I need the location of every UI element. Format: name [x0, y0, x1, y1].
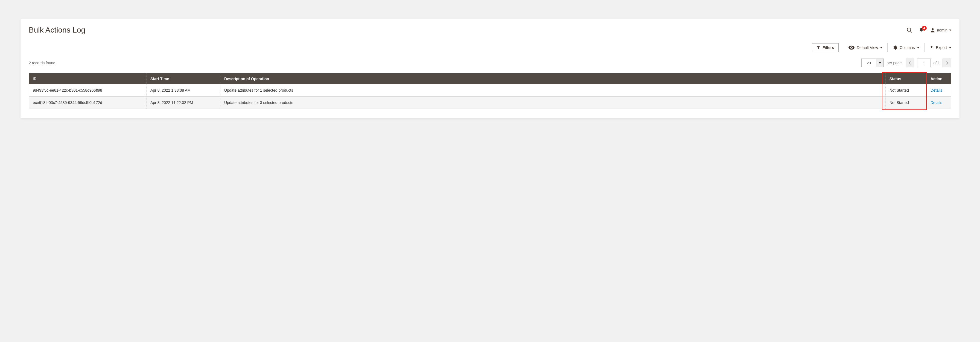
data-grid: ID Start Time Description of Operation S… — [29, 74, 951, 109]
search-icon[interactable] — [907, 27, 912, 33]
cell-id: 9d493f5c-ee61-422c-b301-c558d966ff98 — [29, 84, 146, 97]
chevron-down-icon — [949, 47, 951, 48]
table-row: 9d493f5c-ee61-422c-b301-c558d966ff98Apr … — [29, 84, 951, 97]
main-card: Bulk Actions Log 4 admin — [21, 19, 959, 118]
page-current-input[interactable] — [917, 59, 931, 67]
table-header-row: ID Start Time Description of Operation S… — [29, 74, 951, 84]
cell-action: Details — [927, 84, 951, 97]
export-button[interactable]: Export — [929, 45, 951, 50]
chevron-down-icon — [917, 47, 919, 48]
records-found: 2 records found — [29, 61, 55, 65]
notification-badge: 4 — [922, 26, 927, 30]
default-view-label: Default View — [857, 45, 878, 50]
cell-status: Not Started — [886, 97, 927, 109]
page-header: Bulk Actions Log 4 admin — [29, 26, 951, 35]
grid-toolbar: Filters Default View Columns — [29, 43, 951, 53]
columns-button[interactable]: Columns — [892, 45, 919, 50]
page-title: Bulk Actions Log — [29, 26, 85, 35]
cell-action: Details — [927, 97, 951, 109]
table-wrap: ID Start Time Description of Operation S… — [29, 74, 951, 109]
col-header-id[interactable]: ID — [29, 74, 146, 84]
page-of-label: of 1 — [934, 61, 940, 65]
export-label: Export — [936, 45, 947, 50]
per-page-control: 20 per page — [861, 59, 902, 67]
filters-button[interactable]: Filters — [812, 43, 838, 52]
per-page-label: per page — [886, 61, 902, 65]
col-header-action[interactable]: Action — [927, 74, 951, 84]
cell-start-time: Apr 8, 2022 11:22:02 PM — [146, 97, 220, 109]
svg-point-0 — [907, 28, 911, 32]
chevron-down-icon[interactable] — [876, 59, 884, 67]
prev-page-button[interactable] — [905, 59, 915, 67]
per-page-value: 20 — [861, 59, 876, 67]
page-wrapper: Bulk Actions Log 4 admin — [0, 0, 980, 137]
per-page-select[interactable]: 20 — [861, 59, 884, 67]
header-right: 4 admin — [907, 27, 951, 33]
details-link[interactable]: Details — [931, 101, 942, 105]
list-controls: 2 records found 20 per page — [29, 59, 951, 67]
columns-label: Columns — [900, 45, 915, 50]
cell-description: Update attributes for 1 selected product… — [220, 84, 886, 97]
svg-point-2 — [932, 28, 934, 30]
default-view-button[interactable]: Default View — [848, 45, 882, 50]
col-header-status[interactable]: Status — [886, 74, 927, 84]
filters-label: Filters — [822, 45, 834, 50]
table-row: ece918ff-03c7-4580-9344-59dc5f0b172dApr … — [29, 97, 951, 109]
pager-controls: 20 per page of 1 — [861, 59, 951, 67]
details-link[interactable]: Details — [931, 88, 942, 93]
cell-description: Update attributes for 3 selected product… — [220, 97, 886, 109]
chevron-down-icon — [949, 30, 951, 31]
svg-line-1 — [910, 31, 912, 32]
cell-id: ece918ff-03c7-4580-9344-59dc5f0b172d — [29, 97, 146, 109]
user-menu[interactable]: admin — [930, 27, 951, 33]
cell-start-time: Apr 8, 2022 1:33:38 AM — [146, 84, 220, 97]
notifications-icon[interactable]: 4 — [918, 27, 924, 33]
col-header-description[interactable]: Description of Operation — [220, 74, 886, 84]
cell-status: Not Started — [886, 84, 927, 97]
col-header-start-time[interactable]: Start Time — [146, 74, 220, 84]
chevron-down-icon — [880, 47, 882, 48]
user-name: admin — [937, 28, 947, 32]
next-page-button[interactable] — [943, 59, 951, 67]
